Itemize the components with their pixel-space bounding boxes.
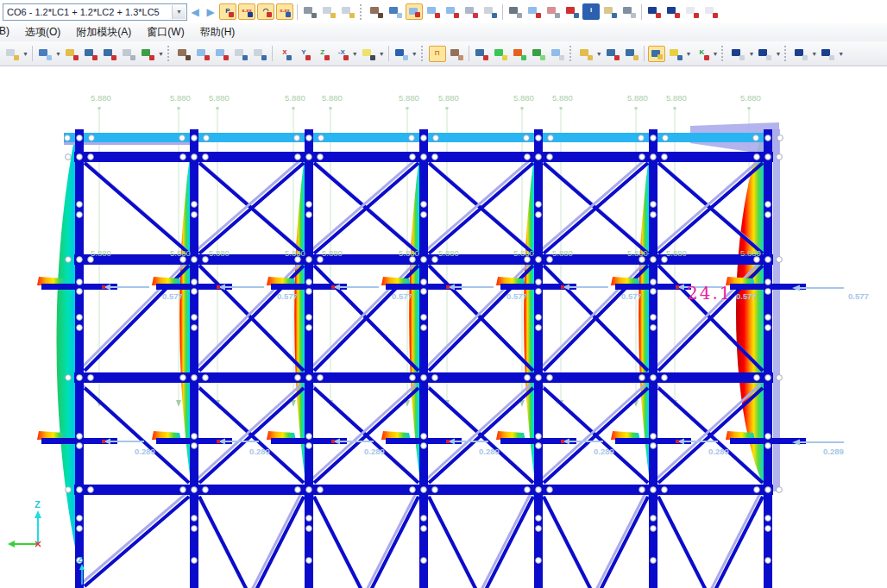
isometric-view-icon-dropdown[interactable]: ▼: [412, 51, 418, 57]
svg-text:5.880: 5.880: [91, 93, 111, 103]
new-member-icon[interactable]: [82, 46, 99, 62]
info-icon[interactable]: i: [582, 3, 600, 20]
copy-object-icon[interactable]: [36, 46, 53, 62]
view-minus-x-icon-dropdown[interactable]: ▼: [352, 51, 358, 57]
model-canvas[interactable]: 0.5770.5770.5770.5770.5770.5770.5770.289…: [0, 66, 887, 588]
mirror-icon[interactable]: [544, 3, 562, 20]
tables-panel-icon[interactable]: [623, 46, 640, 62]
result-window-2-icon[interactable]: [756, 46, 773, 62]
svg-text:5.880: 5.880: [513, 248, 534, 258]
menu-item-1[interactable]: 选项(O): [17, 23, 68, 41]
zoom-in-icon[interactable]: [194, 46, 211, 62]
new-support-icon-dropdown[interactable]: ▼: [158, 51, 164, 57]
menu-item-2[interactable]: 附加模块(A): [68, 23, 139, 41]
view-x-icon[interactable]: X: [276, 46, 293, 62]
grid-cube-icon[interactable]: [462, 3, 480, 20]
settings-wrench-icon-mark: [311, 13, 317, 18]
wireframe-cube-icon[interactable]: [232, 46, 249, 62]
model-viewport[interactable]: 0.5770.5770.5770.5770.5770.5770.5770.289…: [0, 66, 887, 588]
partial-view-icon[interactable]: [481, 3, 499, 20]
toolbar-separator: [32, 46, 33, 61]
color-scale-icon-dropdown[interactable]: ▼: [713, 51, 719, 57]
new-node-icon[interactable]: [63, 46, 80, 62]
options-gears-icon[interactable]: [620, 3, 638, 20]
result-table-2-icon[interactable]: [339, 3, 356, 20]
svg-text:5.880: 5.880: [91, 248, 111, 258]
previous-loadcase-button[interactable]: ◀: [188, 4, 202, 20]
section-tool-icon[interactable]: [604, 46, 621, 62]
toolbar-separator: [641, 4, 642, 20]
combo-dropdown-icon[interactable]: ▼: [172, 5, 186, 19]
svg-text:5.880: 5.880: [170, 93, 191, 103]
new-member-set-icon[interactable]: [101, 46, 118, 62]
show-values-on-deformed-icon[interactable]: x.xx: [276, 3, 293, 20]
pan-hand-icon[interactable]: [368, 3, 385, 20]
contour-lens-icon-shape: [494, 49, 503, 56]
global-axes: Z: [8, 499, 41, 547]
shift-view-icon[interactable]: [175, 46, 192, 62]
new-support-icon[interactable]: [139, 46, 156, 62]
toolbar-group-handle: [421, 46, 425, 61]
flag-out-icon[interactable]: [702, 3, 720, 20]
print-graphic-2-icon[interactable]: [664, 3, 682, 20]
select-lasso-icon[interactable]: [506, 3, 524, 20]
result-window-4-icon-dropdown[interactable]: ▼: [838, 51, 844, 57]
snapshot-icon[interactable]: [601, 3, 619, 20]
panels-grid-icon-dropdown[interactable]: ▼: [596, 51, 602, 57]
support-results-icon[interactable]: [473, 46, 490, 62]
print-graphic-1-icon[interactable]: [645, 3, 663, 20]
work-plane-3-icon-mark: [454, 13, 459, 18]
rotate-ellipse-icon[interactable]: [525, 3, 543, 20]
deformation-arrows-icon[interactable]: [530, 46, 547, 62]
copy-object-icon-dropdown[interactable]: ▼: [55, 51, 61, 57]
section-plane-icon[interactable]: [549, 46, 566, 62]
render-options-icon-dropdown[interactable]: ▼: [686, 51, 692, 57]
work-plane-2-icon[interactable]: [425, 3, 442, 20]
view-y-icon[interactable]: Y: [295, 46, 312, 62]
menu-item-0[interactable]: B): [0, 23, 17, 41]
new-model-icon-dropdown[interactable]: ▼: [22, 51, 28, 57]
new-member-disabled-icon[interactable]: [120, 46, 137, 62]
flag-in-icon[interactable]: [683, 3, 701, 20]
toolbar-separator: [388, 46, 389, 61]
svg-text:5.880: 5.880: [285, 248, 305, 258]
panels-grid-icon-shape: [580, 49, 588, 56]
result-window-1-icon-dropdown[interactable]: ▼: [748, 51, 754, 57]
next-loadcase-button[interactable]: ▶: [204, 4, 217, 20]
color-scale-icon[interactable]: K: [694, 46, 711, 62]
result-window-4-icon[interactable]: [819, 46, 836, 62]
snap-nodes-icon[interactable]: [563, 3, 581, 20]
show-results-icon[interactable]: P: [219, 3, 236, 20]
solid-cube-icon[interactable]: [251, 46, 268, 62]
view-z-icon[interactable]: Z: [314, 46, 331, 62]
view-z-icon-mark: [324, 55, 330, 60]
view-minus-x-icon[interactable]: -X: [333, 46, 350, 62]
visibility-notes-icon-dropdown[interactable]: ▼: [379, 51, 385, 57]
display-properties-icon[interactable]: [648, 46, 665, 62]
zoom-out-icon[interactable]: [213, 46, 230, 62]
settings-wrench-icon[interactable]: [301, 3, 318, 20]
show-result-values-icon[interactable]: x.xx: [238, 3, 255, 20]
result-window-1-icon[interactable]: [729, 46, 746, 62]
isometric-view-icon[interactable]: [393, 46, 410, 62]
result-window-2-icon-dropdown[interactable]: ▼: [775, 51, 781, 57]
center-view-icon[interactable]: [387, 3, 404, 20]
frame-mode-icon[interactable]: Π: [429, 46, 446, 62]
work-plane-3-icon[interactable]: [444, 3, 461, 20]
panels-grid-icon[interactable]: [577, 46, 594, 62]
result-window-3-icon[interactable]: [792, 46, 809, 62]
result-table-icon[interactable]: [320, 3, 337, 20]
visibility-notes-icon[interactable]: [360, 46, 377, 62]
member-mode-icon[interactable]: [448, 46, 465, 62]
render-options-icon[interactable]: [667, 46, 684, 62]
svg-text:5.880: 5.880: [285, 93, 305, 103]
new-model-icon[interactable]: [3, 46, 21, 62]
menu-item-4[interactable]: 帮助(H): [192, 23, 243, 41]
work-plane-icon[interactable]: [406, 3, 423, 20]
show-deformed-shape-icon[interactable]: ◠: [257, 3, 274, 20]
solid-contour-icon[interactable]: [511, 46, 528, 62]
result-window-3-icon-dropdown[interactable]: ▼: [811, 51, 817, 57]
contour-lens-icon[interactable]: [492, 46, 509, 62]
menu-item-3[interactable]: 窗口(W): [139, 23, 192, 41]
load-combination-select[interactable]: CO6 - 1.2*LC1 + 1.2*LC2 + 1.3*LC5 ▼: [3, 3, 187, 21]
